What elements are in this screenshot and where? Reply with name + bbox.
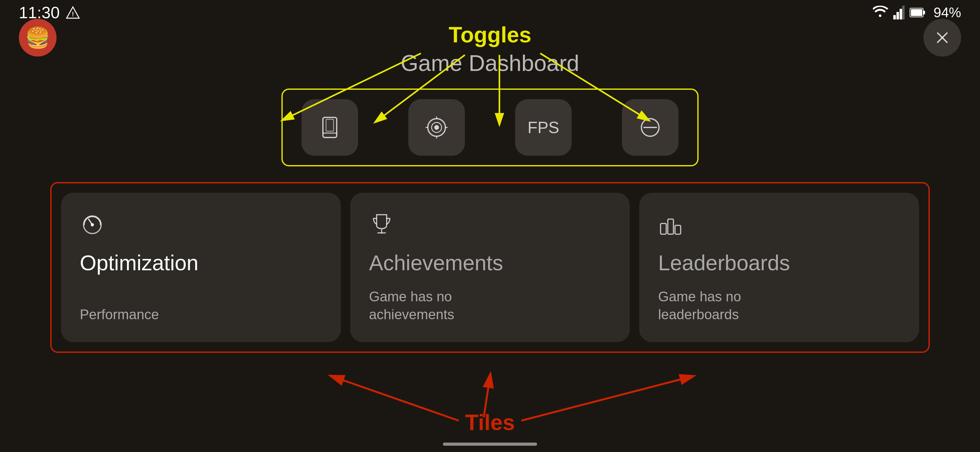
- svg-rect-10: [323, 117, 337, 138]
- svg-rect-6: [923, 11, 925, 14]
- dashboard-title: Game Dashboard: [401, 50, 579, 76]
- status-right: 94%: [872, 5, 961, 21]
- svg-rect-2: [896, 12, 899, 19]
- warning-icon: !: [66, 6, 80, 19]
- svg-rect-12: [326, 119, 334, 131]
- toggles-container: FPS: [282, 89, 698, 167]
- close-button[interactable]: [923, 19, 961, 57]
- achievements-subtitle: Game has noachievements: [369, 287, 611, 323]
- app-icon: 🍔: [19, 19, 57, 57]
- fps-toggle-button[interactable]: FPS: [515, 99, 572, 156]
- svg-point-15: [435, 125, 439, 129]
- fps-label: FPS: [527, 118, 559, 137]
- main-content: Game Dashboard FPS: [0, 0, 980, 452]
- achievements-icon: [369, 212, 611, 238]
- leaderboards-tile[interactable]: Leaderboards Game has noleaderboards: [639, 193, 919, 342]
- tiles-section: Optimization Performance Achievements Ga…: [50, 182, 930, 353]
- status-bar: 11:30 !: [0, 0, 980, 25]
- optimization-title: Optimization: [80, 251, 322, 287]
- achievements-title: Achievements: [369, 251, 611, 287]
- svg-rect-27: [660, 224, 666, 234]
- svg-text:!: !: [72, 11, 74, 17]
- svg-rect-28: [668, 219, 673, 234]
- leaderboards-title: Leaderboards: [658, 251, 900, 287]
- battery-icon: [910, 6, 926, 19]
- achievements-tile[interactable]: Achievements Game has noachievements: [350, 193, 630, 342]
- optimization-subtitle: Performance: [80, 305, 322, 323]
- svg-rect-1: [893, 15, 896, 19]
- leaderboards-icon: [658, 212, 900, 238]
- minus-toggle-button[interactable]: [622, 99, 678, 156]
- bottom-nav-bar: [443, 442, 537, 446]
- svg-point-24: [91, 224, 94, 226]
- svg-rect-29: [675, 225, 681, 234]
- capture-toggle-button[interactable]: [408, 99, 465, 156]
- wifi-icon: [872, 6, 888, 19]
- status-icons: [872, 6, 926, 19]
- svg-rect-3: [900, 9, 902, 19]
- screen-toggle-button[interactable]: [302, 99, 358, 156]
- status-left: 11:30 !: [19, 3, 80, 22]
- svg-rect-4: [902, 6, 905, 19]
- svg-rect-7: [911, 9, 922, 16]
- leaderboards-subtitle: Game has noleaderboards: [658, 287, 900, 323]
- signal-icon: [893, 6, 905, 19]
- optimization-tile[interactable]: Optimization Performance: [61, 193, 341, 342]
- optimization-icon: [80, 212, 322, 238]
- battery-percent: 94%: [934, 5, 961, 21]
